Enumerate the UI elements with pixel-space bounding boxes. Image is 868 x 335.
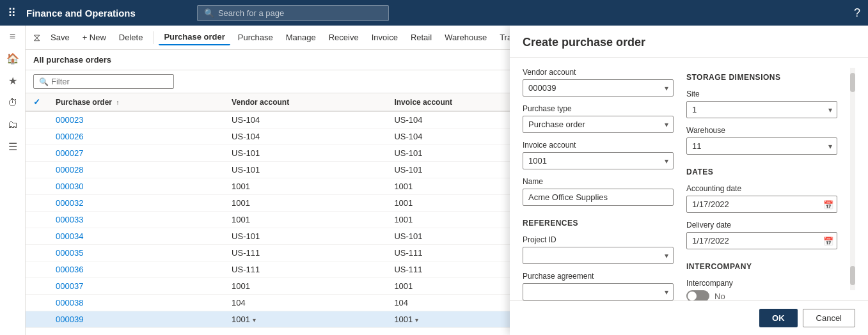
sidebar-recent-icon[interactable]: ⏱ (8, 97, 18, 109)
invoice-account-select[interactable]: 1001 (523, 152, 674, 169)
tab-warehouse[interactable]: Warehouse (439, 30, 492, 45)
sidebar-modules-icon[interactable]: ☰ (8, 141, 17, 153)
row-checkbox[interactable] (26, 162, 48, 178)
filter-input[interactable] (51, 77, 168, 86)
row-vendor-account: US-101 (224, 145, 386, 162)
intercompany-toggle[interactable] (686, 290, 709, 300)
app-title: Finance and Operations (26, 8, 136, 19)
row-id[interactable]: 000030 (48, 178, 224, 195)
row-checkbox[interactable] (26, 278, 48, 295)
purchase-agreement-group: Purchase agreement (523, 272, 674, 300)
accounting-date-group: Accounting date (686, 184, 837, 213)
purchase-agreement-label: Purchase agreement (523, 272, 674, 281)
row-checkbox[interactable] (26, 145, 48, 162)
row-id[interactable]: 000027 (48, 145, 224, 162)
project-id-label: Project ID (523, 235, 674, 244)
row-id[interactable]: 000034 (48, 228, 224, 245)
new-button[interactable]: + New (77, 30, 111, 45)
filter-input-wrapper[interactable]: 🔍 (33, 74, 174, 89)
row-vendor-account: US-111 (224, 261, 386, 278)
row-id[interactable]: 000036 (48, 261, 224, 278)
search-input[interactable] (218, 8, 382, 18)
search-box[interactable]: 🔍 (197, 5, 389, 21)
project-id-select[interactable] (523, 247, 674, 264)
row-checkbox[interactable] (26, 195, 48, 212)
vendor-account-select[interactable]: 000039 (523, 79, 674, 97)
intercompany-label: Intercompany (686, 279, 837, 288)
row-id[interactable]: 000028 (48, 162, 224, 178)
row-id[interactable]: 000032 (48, 195, 224, 212)
project-id-group: Project ID (523, 235, 674, 264)
row-id[interactable]: 000023 (48, 111, 224, 129)
vendor-account-select-wrapper: 000039 (523, 79, 674, 97)
tab-manage[interactable]: Manage (281, 30, 321, 45)
row-checkbox[interactable] (26, 111, 48, 129)
save-button[interactable]: Save (45, 30, 75, 45)
row-id[interactable]: 000039 (48, 311, 224, 328)
storage-header: STORAGE DIMENSIONS (686, 73, 837, 82)
help-icon[interactable]: ? (854, 6, 860, 20)
intercompany-toggle-wrapper: No (686, 290, 837, 300)
row-id[interactable]: 000033 (48, 212, 224, 228)
accounting-date-input[interactable] (686, 196, 837, 213)
delete-button[interactable]: Delete (114, 30, 148, 45)
references-header: REFERENCES (523, 219, 674, 228)
purchase-type-select[interactable]: Purchase order (523, 116, 674, 133)
sidebar: ≡ 🏠 ★ ⏱ 🗂 ☰ (0, 26, 26, 335)
dates-header: DATES (686, 168, 837, 176)
warehouse-select[interactable]: 11 (686, 137, 837, 155)
tab-purchase-order[interactable]: Purchase order (159, 29, 230, 45)
panel-scrollbar-thumb-bottom (850, 266, 855, 285)
row-checkbox[interactable] (26, 311, 48, 328)
delivery-date-input[interactable] (686, 232, 837, 249)
panel-left-col: Vendor account 000039 Purchase type Purc… (523, 68, 674, 290)
col-purchase-order[interactable]: Purchase order ↑ (48, 93, 224, 111)
row-id[interactable]: 000026 (48, 129, 224, 145)
name-input[interactable] (523, 189, 674, 206)
row-vendor-account: 1001 (224, 278, 386, 295)
sidebar-favorites-icon[interactable]: ★ (8, 75, 17, 87)
purchase-agreement-select-wrapper (523, 283, 674, 300)
tab-invoice[interactable]: Invoice (367, 30, 403, 45)
row-checkbox[interactable] (26, 212, 48, 228)
row-vendor-account: 104 (224, 295, 386, 311)
delivery-date-group: Delivery date (686, 221, 837, 249)
row-id[interactable]: 000035 (48, 245, 224, 261)
top-nav: ⠿ Finance and Operations 🔍 ? (0, 0, 868, 26)
row-vendor-account: 1001 (224, 195, 386, 212)
sidebar-menu-icon[interactable]: ≡ (10, 31, 15, 42)
col-vendor-account[interactable]: Vendor account (224, 93, 386, 111)
tab-purchase[interactable]: Purchase (233, 30, 278, 45)
row-checkbox[interactable] (26, 129, 48, 145)
panel-scrollbar[interactable] (850, 68, 855, 290)
invoice-account-select-wrapper: 1001 (523, 152, 674, 169)
panel-header: Create purchase order (510, 26, 868, 58)
tab-retail[interactable]: Retail (406, 30, 437, 45)
panel-footer: OK Cancel (510, 300, 868, 335)
site-group: Site 1 (686, 90, 837, 118)
sidebar-home-icon[interactable]: 🏠 (6, 52, 19, 65)
row-checkbox[interactable] (26, 228, 48, 245)
row-id[interactable]: 000037 (48, 278, 224, 295)
warehouse-select-wrapper: 11 (686, 137, 837, 155)
sidebar-workspaces-icon[interactable]: 🗂 (8, 119, 18, 130)
panel-scrollbar-thumb (850, 73, 855, 92)
name-group: Name (523, 177, 674, 206)
search-icon: 🔍 (204, 8, 214, 18)
tab-receive[interactable]: Receive (324, 30, 364, 45)
row-checkbox[interactable] (26, 261, 48, 278)
apps-icon[interactable]: ⠿ (8, 6, 16, 20)
site-select[interactable]: 1 (686, 101, 837, 118)
accounting-date-wrapper (686, 196, 837, 213)
row-checkbox[interactable] (26, 245, 48, 261)
cancel-button[interactable]: Cancel (803, 309, 855, 327)
purchase-agreement-select[interactable] (523, 283, 674, 300)
row-checkbox[interactable] (26, 295, 48, 311)
site-label: Site (686, 90, 837, 98)
ok-button[interactable]: OK (759, 309, 798, 327)
delivery-date-wrapper (686, 232, 837, 249)
warehouse-label: Warehouse (686, 126, 837, 135)
filter-icon[interactable]: ⧖ (33, 32, 40, 43)
row-checkbox[interactable] (26, 178, 48, 195)
row-id[interactable]: 000038 (48, 295, 224, 311)
